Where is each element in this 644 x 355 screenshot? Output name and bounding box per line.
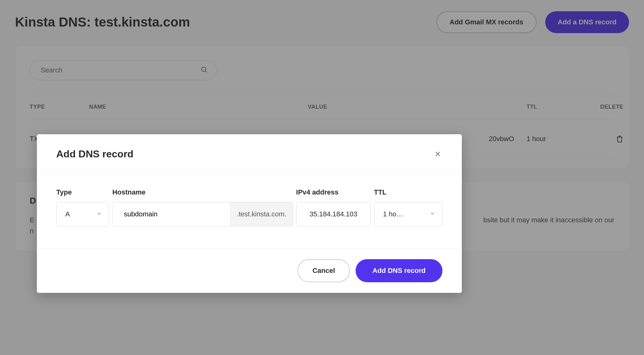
hostname-field: Hostname .test.kinsta.com. — [112, 188, 293, 226]
form-row: Type A Hostname .test.kinsta.com. — [56, 188, 442, 226]
modal-overlay[interactable]: Add DNS record Type A Hostname — [0, 0, 644, 355]
ttl-select[interactable]: 1 ho… — [374, 202, 442, 226]
add-dns-record-modal: Add DNS record Type A Hostname — [37, 134, 462, 293]
modal-footer: Cancel Add DNS record — [37, 248, 462, 293]
modal-header: Add DNS record — [37, 134, 462, 173]
hostname-label: Hostname — [112, 188, 293, 196]
ttl-field: TTL 1 ho… — [374, 188, 442, 226]
type-label: Type — [56, 188, 109, 196]
ipv4-input[interactable] — [296, 202, 371, 226]
hostname-input[interactable] — [112, 202, 230, 226]
close-icon — [434, 150, 442, 158]
modal-body: Type A Hostname .test.kinsta.com. — [37, 173, 462, 248]
ipv4-label: IPv4 address — [296, 188, 371, 196]
ttl-label: TTL — [374, 188, 442, 196]
hostname-suffix: .test.kinsta.com. — [230, 202, 293, 226]
modal-title: Add DNS record — [56, 148, 133, 160]
close-modal-button[interactable] — [432, 148, 444, 160]
type-field: Type A — [56, 188, 109, 226]
type-select[interactable]: A — [56, 202, 109, 226]
cancel-button[interactable]: Cancel — [297, 259, 350, 282]
submit-button[interactable]: Add DNS record — [356, 259, 442, 282]
ipv4-field: IPv4 address — [296, 188, 371, 226]
